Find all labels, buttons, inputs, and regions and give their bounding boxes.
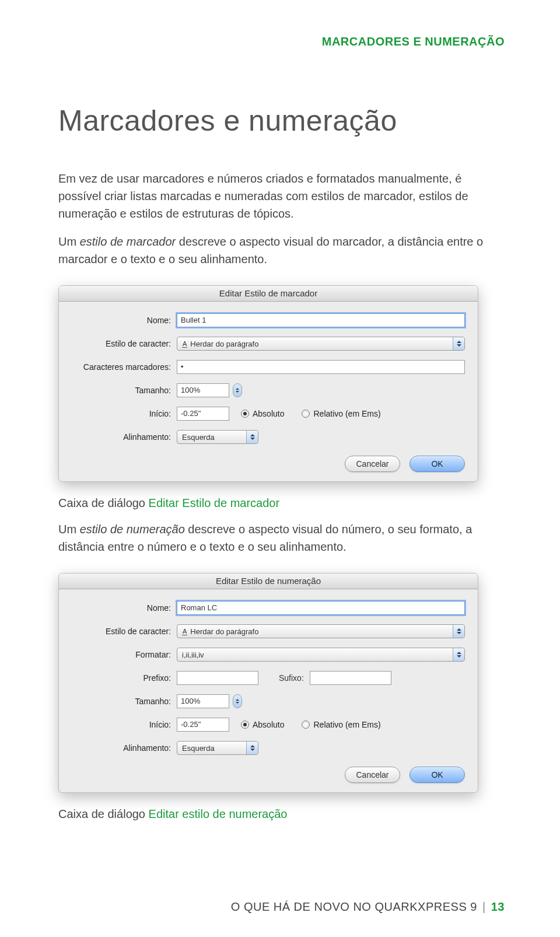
underline-icon: A xyxy=(182,340,187,348)
paragraph-1: Em vez de usar marcadores e números cria… xyxy=(58,170,505,222)
label-nome: Nome: xyxy=(72,603,171,613)
label-alinhamento: Alinhamento: xyxy=(72,743,171,753)
chevron-updown-icon xyxy=(246,742,258,754)
caption-highlight: Editar estilo de numeração xyxy=(149,807,288,820)
ok-button[interactable]: OK xyxy=(410,767,465,783)
separator: | xyxy=(482,900,486,913)
prefixo-input[interactable] xyxy=(177,671,258,685)
paragraph-2: Um estilo de marcador descreve o aspecto… xyxy=(58,233,505,268)
label-tamanho: Tamanho: xyxy=(72,386,171,395)
text: Caixa de diálogo xyxy=(58,497,149,509)
page-footer: O QUE HÁ DE NOVO NO QUARKXPRESS 9 | 13 xyxy=(231,900,505,914)
underline-icon: A xyxy=(182,628,187,635)
term-numbering-style: estilo de numeração xyxy=(80,523,185,536)
text: Caixa de diálogo xyxy=(58,807,149,820)
label-inicio: Início: xyxy=(72,720,171,729)
label-inicio: Início: xyxy=(72,409,171,418)
tamanho-input[interactable]: 100% xyxy=(177,694,229,708)
tamanho-stepper[interactable] xyxy=(233,694,242,708)
formatar-select[interactable]: i,ii,iii,iv xyxy=(177,648,465,662)
term-marker-style: estilo de marcador xyxy=(80,235,176,248)
select-value: Esquerda xyxy=(182,744,215,753)
radio-icon xyxy=(241,721,249,729)
tamanho-stepper[interactable] xyxy=(233,383,242,397)
radio-label: Relativo (em Ems) xyxy=(313,409,380,418)
radio-label: Relativo (em Ems) xyxy=(313,720,380,729)
text: Um xyxy=(58,235,80,248)
footer-text: O QUE HÁ DE NOVO NO QUARKXPRESS 9 xyxy=(231,900,477,913)
page-number: 13 xyxy=(491,900,505,913)
dialog-title: Editar Estilo de marcador xyxy=(59,286,478,302)
label-sufixo: Sufixo: xyxy=(279,673,304,683)
label-tamanho: Tamanho: xyxy=(72,697,171,706)
select-value: Herdar do parágrafo xyxy=(190,340,258,348)
label-formatar: Formatar: xyxy=(72,650,171,659)
ok-button[interactable]: OK xyxy=(410,456,465,472)
alinhamento-select[interactable]: Esquerda xyxy=(177,430,258,444)
text: Um xyxy=(58,523,80,536)
nome-input[interactable]: Bullet 1 xyxy=(177,313,465,327)
radio-label: Absoluto xyxy=(253,409,284,418)
chevron-updown-icon xyxy=(453,337,464,350)
select-value: Herdar do parágrafo xyxy=(190,627,258,636)
inicio-input[interactable]: -0.25" xyxy=(177,407,229,421)
select-value: i,ii,iii,iv xyxy=(182,651,204,659)
radio-relativo[interactable]: Relativo (em Ems) xyxy=(302,409,380,418)
caption-2: Caixa de diálogo Editar estilo de numera… xyxy=(58,807,505,821)
radio-icon xyxy=(302,721,310,729)
radio-relativo[interactable]: Relativo (em Ems) xyxy=(302,720,380,729)
alinhamento-select[interactable]: Esquerda xyxy=(177,741,258,755)
dialog-title: Editar Estilo de numeração xyxy=(59,574,478,589)
label-estilo: Estilo de caracter: xyxy=(72,339,171,348)
label-prefixo: Prefixo: xyxy=(72,673,171,683)
nome-input[interactable]: Roman LC xyxy=(177,601,465,615)
caracteres-input[interactable]: • xyxy=(177,360,465,374)
tamanho-input[interactable]: 100% xyxy=(177,383,229,397)
estilo-select[interactable]: A Herdar do parágrafo xyxy=(177,337,465,351)
label-nome: Nome: xyxy=(72,316,171,325)
radio-icon xyxy=(241,410,249,418)
chevron-updown-icon xyxy=(246,431,258,443)
cancel-button[interactable]: Cancelar xyxy=(345,456,400,472)
caption-1: Caixa de diálogo Editar Estilo de marcad… xyxy=(58,497,505,510)
radio-absoluto[interactable]: Absoluto xyxy=(241,720,284,729)
label-estilo: Estilo de caracter: xyxy=(72,627,171,636)
caption-highlight: Editar Estilo de marcador xyxy=(149,497,280,509)
chevron-updown-icon xyxy=(453,625,464,638)
dialog-edit-bullet-style: Editar Estilo de marcador Nome: Bullet 1… xyxy=(58,285,478,482)
page-title: Marcadores e numeração xyxy=(58,104,505,138)
dialog-edit-numbering-style: Editar Estilo de numeração Nome: Roman L… xyxy=(58,573,478,793)
paragraph-3: Um estilo de numeração descreve o aspect… xyxy=(58,520,505,555)
radio-icon xyxy=(302,410,310,418)
label-alinhamento: Alinhamento: xyxy=(72,432,171,442)
label-caracteres: Caracteres marcadores: xyxy=(72,362,171,372)
inicio-input[interactable]: -0.25" xyxy=(177,718,229,732)
radio-absoluto[interactable]: Absoluto xyxy=(241,409,284,418)
estilo-select[interactable]: A Herdar do parágrafo xyxy=(177,624,465,638)
cancel-button[interactable]: Cancelar xyxy=(345,767,400,783)
radio-label: Absoluto xyxy=(253,720,284,729)
chevron-updown-icon xyxy=(453,648,464,661)
select-value: Esquerda xyxy=(182,433,215,442)
sufixo-input[interactable] xyxy=(310,671,391,685)
section-header: MARCADORES E NUMERAÇÃO xyxy=(58,35,505,48)
